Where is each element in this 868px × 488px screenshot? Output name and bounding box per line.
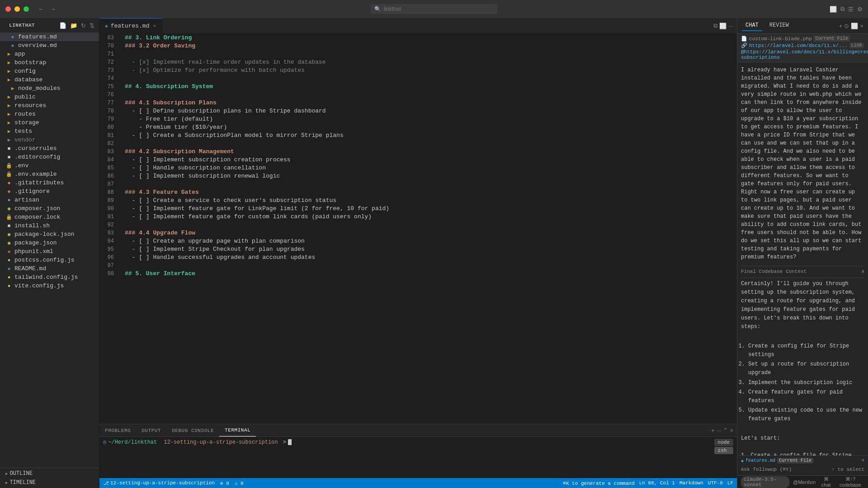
terminal-prompt-icon: ◎ [103,439,106,446]
sidebar-item-env[interactable]: 🔒 .env [0,161,99,170]
sidebar-item-node-modules[interactable]: ▶ node_modules [0,84,99,93]
terminal-more-button[interactable]: ··· [717,427,722,434]
sidebar-item-editorconfig[interactable]: ■ .editorconfig [0,153,99,161]
sidebar-item-composer-lock[interactable]: 🔒 composer.lock [0,213,99,221]
code-line-71: 71 [99,50,737,58]
more-actions-button[interactable]: ··· [728,23,733,29]
close-file-ref[interactable]: × [862,458,864,463]
sidebar-item-features-md[interactable]: ◈ features.md [0,33,99,41]
sidebar-item-env-example[interactable]: 🔒 .env.example [0,170,99,178]
minimize-button[interactable] [14,6,20,12]
maximize-button[interactable] [24,6,29,12]
md-icon: ◈ [5,266,13,272]
mention-button[interactable]: @Mention [793,479,816,485]
tab-problems[interactable]: PROBLEMS [99,424,136,436]
status-errors[interactable]: ⊘ 0 [220,480,229,486]
back-button[interactable]: ← [36,5,46,14]
sidebar-item-storage[interactable]: ▶ storage [0,118,99,127]
status-branch[interactable]: ⎇ 12-setting-up-a-stripe-subscription [103,480,215,486]
sidebar-item-package-lock[interactable]: ◉ package-lock.json [0,230,99,239]
tab-features-md[interactable]: ◈ features.md × [99,18,163,33]
model-selector[interactable]: claude-3.5-sonnet [741,476,789,488]
sidebar-item-overview-md[interactable]: ◈ overview.md [0,41,99,50]
chat-settings-button[interactable]: ⬜ [851,23,858,29]
status-warnings[interactable]: ⚠ 0 [235,480,244,486]
code-content[interactable]: 63 ## 3. Link Ordering 70 ### 3.2 Order … [99,34,737,424]
sidebar-item-gitignore[interactable]: ◆ .gitignore [0,187,99,196]
code-line-79: 79 - Free tier (default) [99,115,737,123]
maximize-panel-button[interactable]: ⌃ [723,427,728,434]
new-folder-button[interactable]: 📁 [69,21,78,30]
lock-icon: 🔒 [5,163,13,169]
status-cursor[interactable]: Ln 88, Col 1 [639,480,675,486]
panel-tabs: PROBLEMS OUTPUT DEBUG CONSOLE TERMINAL +… [99,424,737,437]
split-icon[interactable]: ⧉ [840,5,844,13]
sidebar-item-config[interactable]: ▶ config [0,67,99,75]
sidebar-item-phpunit[interactable]: ◈ phpunit.xml [0,247,99,256]
tab-terminal[interactable]: TERMINAL [219,424,256,436]
code-line-90: 90 - [ ] Implement feature gate for Link… [99,205,737,213]
status-encoding[interactable]: UTF-8 [708,480,723,486]
code-line-70: 70 ### 3.2 Order Saving [99,42,737,50]
chat-tab-chat[interactable]: CHAT [742,20,762,31]
sidebar-item-public[interactable]: ▶ public [0,93,99,101]
status-line-ending[interactable]: LF [727,480,733,486]
sidebar-item-vite[interactable]: ● vite.config.js [0,282,99,290]
chat-shortcut[interactable]: ⌘ chat [819,476,833,488]
sidebar-item-install-sh[interactable]: ■ install.sh [0,221,99,230]
sidebar-item-database[interactable]: ▶ database [0,75,99,84]
panel-icon[interactable]: ☰ [848,6,854,13]
code-line-77: 77 ### 4.1 Subscription Plans [99,99,737,107]
terminal-content[interactable]: ◎ ~/Herd/linkthat 12-setting-up-a-stripe… [99,437,737,478]
layout-icon[interactable]: ⬜ [830,6,837,13]
outline-section[interactable]: ▶ OUTLINE [0,469,99,478]
step-5: Update existing code to use the new feat… [748,406,864,423]
split-editor-button[interactable]: ⧉ [713,22,717,29]
sidebar-item-gitattributes[interactable]: ◆ .gitattributes [0,178,99,187]
sidebar-item-cursorrules[interactable]: ■ .cursorrules [0,144,99,153]
refresh-button[interactable]: ↻ [80,21,87,30]
sidebar-item-composer-json[interactable]: ◉ composer.json [0,204,99,213]
new-file-button[interactable]: 📄 [58,21,67,30]
timeline-section[interactable]: ▶ TIMELINE [0,478,99,487]
status-language[interactable]: Markdown [679,480,703,486]
settings-icon[interactable]: ⚙ [857,6,863,13]
close-button[interactable] [5,6,11,12]
new-chat-button[interactable]: + [839,23,843,29]
chat-messages[interactable]: I already have Laravel Cashier installed… [737,62,868,455]
add-terminal-button[interactable]: + [711,427,715,434]
sidebar-item-tailwind[interactable]: ● tailwind.config.js [0,273,99,282]
sidebar-item-artisan[interactable]: ● artisan [0,196,99,204]
tab-close-button[interactable]: × [152,23,156,29]
sidebar-item-app[interactable]: ▶ app [0,50,99,58]
sidebar-item-vendor[interactable]: ▶ vendor [0,136,99,144]
split-editor-right-button[interactable]: ⬜ [719,23,726,29]
search-input[interactable] [384,6,494,12]
sidebar-item-routes[interactable]: ▶ routes [0,110,99,118]
context-link[interactable]: 🔗 https://laravel.com/docs/11.x/... Link [741,42,864,48]
close-panel-button[interactable]: × [730,427,733,434]
context-link-anchor[interactable]: https://laravel.com/docs/11.x/... [749,43,848,48]
forward-button[interactable]: → [48,5,58,14]
terminal-tab-zsh[interactable]: zsh [714,447,733,454]
sidebar-item-resources[interactable]: ▶ resources [0,101,99,110]
codebase-shortcut[interactable]: ⌘↑? codebase [836,476,864,488]
sidebar-item-postcss[interactable]: ● postcss.config.js [0,256,99,264]
step-4: Create feature gates for paid features [748,388,864,405]
codebase-context-header[interactable]: Final Codebase Context ∧ [741,266,864,278]
tab-debug-console[interactable]: DEBUG CONSOLE [166,424,219,436]
search-bar[interactable]: 🔍 [371,4,497,14]
sidebar-item-bootstrap[interactable]: ▶ bootstrap [0,58,99,67]
terminal-tab-node[interactable]: node [714,439,733,446]
warning-count: ⚠ 0 [235,480,244,486]
chat-history-button[interactable]: ⊙ [844,23,849,29]
sidebar-item-readme[interactable]: ◈ README.md [0,264,99,273]
sidebar-title: LINKTHAT [4,21,40,30]
close-chat-button[interactable]: × [860,23,863,29]
ask-followup[interactable]: Ask followup (⌘Y) ↑ to select [741,465,864,474]
sidebar-item-tests[interactable]: ▶ tests [0,127,99,136]
collapse-button[interactable]: ⇅ [89,21,95,30]
tab-output[interactable]: OUTPUT [136,424,166,436]
sidebar-item-package-json[interactable]: ◉ package.json [0,239,99,247]
chat-tab-review[interactable]: REVIEW [766,20,793,31]
